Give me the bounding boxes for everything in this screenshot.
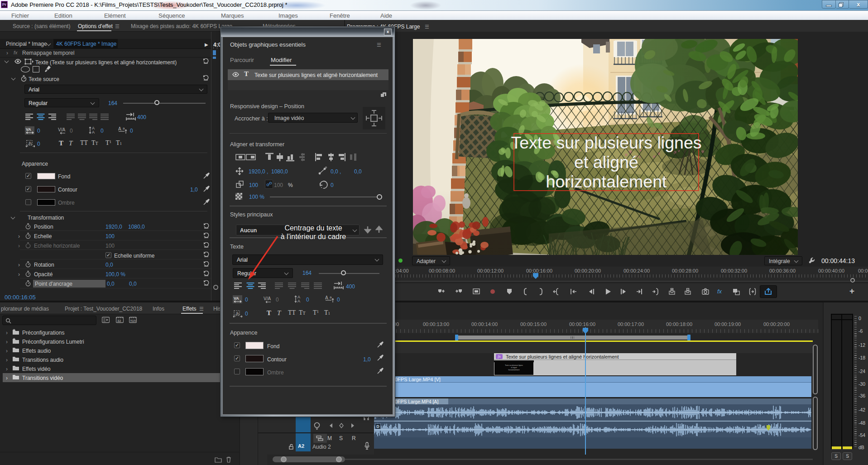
svg-text:32: 32 xyxy=(117,319,121,323)
svg-text:a: a xyxy=(330,295,332,299)
svg-text:あ: あ xyxy=(28,141,32,145)
svg-text:VA: VA xyxy=(234,296,239,301)
svg-text:YUV: YUV xyxy=(130,319,136,322)
svg-text:fx: fx xyxy=(717,288,722,295)
svg-text:A: A xyxy=(118,126,121,131)
svg-text:A: A xyxy=(92,130,95,134)
svg-text:VA: VA xyxy=(26,127,31,132)
svg-text:Texte sur plusieurs lignes: Texte sur plusieurs lignes xyxy=(511,133,701,152)
svg-text:a: a xyxy=(123,126,125,130)
svg-text:A: A xyxy=(325,295,328,300)
svg-text:A: A xyxy=(297,299,300,303)
svg-text:あ: あ xyxy=(235,311,240,316)
svg-text:et aligné: et aligné xyxy=(574,153,638,172)
svg-text:V/A: V/A xyxy=(58,127,65,132)
svg-text:horizontalement: horizontalement xyxy=(546,172,667,191)
svg-text:V/A: V/A xyxy=(264,296,271,301)
